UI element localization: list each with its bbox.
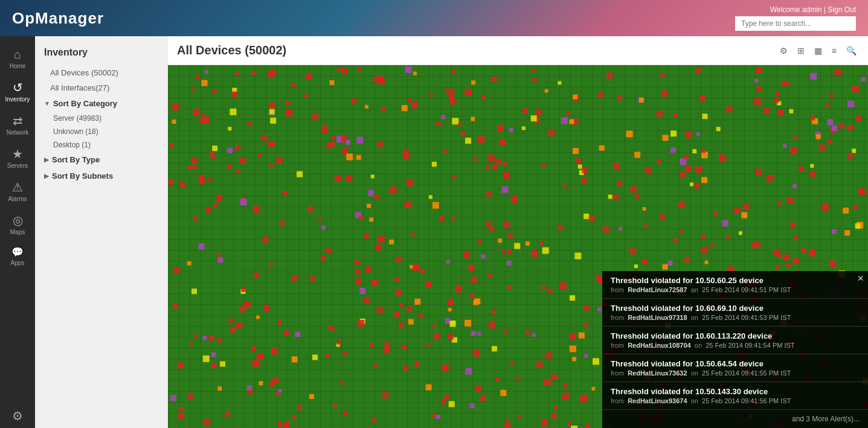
notif-item-3[interactable]: Threshold violated for 10.60.113.220 dev… xyxy=(602,327,868,354)
app-header: OpManager Welcome admin | Sign Out xyxy=(0,0,868,36)
svg-rect-312 xyxy=(269,109,275,115)
svg-rect-17 xyxy=(492,346,497,351)
category-unknown[interactable]: Unknown (18) xyxy=(35,125,168,138)
svg-rect-124 xyxy=(540,241,544,245)
svg-rect-58 xyxy=(326,248,331,253)
svg-rect-260 xyxy=(532,69,535,72)
grid-large-btn[interactable]: ▦ xyxy=(812,45,825,57)
svg-rect-540 xyxy=(199,119,204,124)
svg-rect-73 xyxy=(251,346,256,351)
notif-item-4[interactable]: Threshold violated for 10.50.64.54 devic… xyxy=(602,354,868,382)
sidebar-item-settings[interactable]: ⚙ xyxy=(0,404,35,428)
sidebar-label-network: Network xyxy=(7,129,29,136)
more-alerts[interactable]: and 3 More Alert(s)... xyxy=(602,410,868,428)
svg-rect-390 xyxy=(692,149,696,153)
svg-rect-26 xyxy=(735,207,741,213)
svg-rect-265 xyxy=(227,148,233,153)
svg-rect-95 xyxy=(478,332,481,336)
on-label-3: on xyxy=(695,342,702,349)
svg-rect-107 xyxy=(617,180,622,186)
svg-rect-459 xyxy=(492,164,497,169)
device-name-5: RedHatLinux93674 xyxy=(628,397,687,404)
svg-rect-374 xyxy=(830,94,834,98)
svg-rect-19 xyxy=(832,126,837,131)
category-server[interactable]: Server (49983) xyxy=(35,112,168,125)
search-btn[interactable]: 🔍 xyxy=(844,45,859,57)
svg-rect-243 xyxy=(465,368,472,375)
welcome-text: Welcome admin | Sign Out xyxy=(770,5,856,14)
svg-rect-593 xyxy=(507,261,512,266)
svg-rect-80 xyxy=(426,385,432,391)
svg-rect-252 xyxy=(452,118,458,124)
svg-rect-490 xyxy=(436,122,440,126)
sort-by-type-header[interactable]: ▶ Sort By Type xyxy=(35,152,168,168)
svg-rect-221 xyxy=(318,217,322,220)
sort-by-subnets-header[interactable]: ▶ Sort By Subnets xyxy=(35,168,168,184)
svg-rect-466 xyxy=(506,418,509,422)
svg-rect-238 xyxy=(578,165,582,169)
svg-rect-282 xyxy=(257,154,261,158)
svg-rect-496 xyxy=(420,269,425,273)
svg-rect-415 xyxy=(643,207,646,211)
svg-rect-375 xyxy=(292,416,296,420)
svg-rect-412 xyxy=(469,403,474,408)
svg-rect-488 xyxy=(473,350,480,357)
svg-rect-64 xyxy=(516,377,520,380)
svg-rect-444 xyxy=(232,92,237,97)
svg-rect-379 xyxy=(270,118,276,124)
svg-rect-323 xyxy=(441,400,446,404)
svg-rect-425 xyxy=(367,203,371,208)
sidebar-item-apps[interactable]: 💬 Apps xyxy=(0,241,35,272)
svg-rect-559 xyxy=(490,227,494,231)
sidebar-item-maps[interactable]: ◎ Maps xyxy=(0,208,35,241)
svg-rect-538 xyxy=(256,316,260,319)
svg-rect-461 xyxy=(414,362,419,366)
svg-rect-35 xyxy=(375,195,379,200)
svg-rect-66 xyxy=(553,406,557,410)
sort-by-category-header[interactable]: ▼ Sort By Category xyxy=(35,95,168,112)
notif-close-btn[interactable]: ✕ xyxy=(857,273,864,283)
svg-rect-188 xyxy=(855,223,861,229)
sidebar-item-servers[interactable]: ★ Servers xyxy=(0,142,35,175)
sidebar-item-home[interactable]: ⌂ Home xyxy=(0,42,35,75)
all-interfaces-link[interactable]: All Interfaces(27) xyxy=(35,80,168,95)
svg-rect-305 xyxy=(670,130,677,136)
settings-icon: ⚙ xyxy=(12,410,23,422)
notif-item-2[interactable]: Threshold violated for 10.60.69.10 devic… xyxy=(602,299,868,327)
apps-icon: 💬 xyxy=(11,248,24,257)
list-btn[interactable]: ≡ xyxy=(829,45,839,57)
svg-rect-325 xyxy=(596,275,600,279)
from-label-4: from xyxy=(611,369,624,377)
svg-rect-11 xyxy=(432,324,436,328)
svg-rect-354 xyxy=(355,269,361,275)
svg-rect-434 xyxy=(326,145,329,149)
timestamp-5: 25 Feb 2014 09:41:56 PM IST xyxy=(702,397,791,404)
svg-rect-456 xyxy=(455,286,461,292)
svg-rect-212 xyxy=(590,216,595,222)
svg-rect-458 xyxy=(449,401,455,407)
sidebar-item-inventory[interactable]: ↺ Inventory xyxy=(0,75,35,109)
sidebar-item-alarms[interactable]: ⚠ Alarms xyxy=(0,175,35,208)
notif-item-5[interactable]: Threshold violated for 10.50.143.30 devi… xyxy=(602,382,868,410)
svg-rect-532 xyxy=(495,377,499,382)
svg-rect-487 xyxy=(858,188,863,193)
grid-small-btn[interactable]: ⊞ xyxy=(795,45,807,57)
device-name-1: RedHatLinux72587 xyxy=(628,286,687,293)
svg-rect-41 xyxy=(597,307,601,311)
settings-toolbar-btn[interactable]: ⚙ xyxy=(777,45,790,57)
svg-rect-529 xyxy=(701,235,705,239)
category-desktop[interactable]: Desktop (1) xyxy=(35,138,168,152)
sidebar-item-network[interactable]: ⇄ Network xyxy=(0,109,35,142)
svg-rect-426 xyxy=(178,413,184,419)
search-input[interactable] xyxy=(735,16,856,31)
notif-item-1[interactable]: Threshold violated for 10.50.60.25 devic… xyxy=(602,271,868,299)
svg-rect-525 xyxy=(848,126,853,130)
svg-rect-167 xyxy=(465,138,471,144)
svg-rect-418 xyxy=(548,289,552,293)
on-label-2: on xyxy=(691,314,698,321)
device-name-2: RedHatLinux97318 xyxy=(628,314,687,321)
all-devices-link[interactable]: All Devices (50002) xyxy=(35,65,168,80)
svg-rect-114 xyxy=(291,83,295,87)
svg-rect-440 xyxy=(573,95,577,100)
svg-rect-100 xyxy=(670,147,676,153)
